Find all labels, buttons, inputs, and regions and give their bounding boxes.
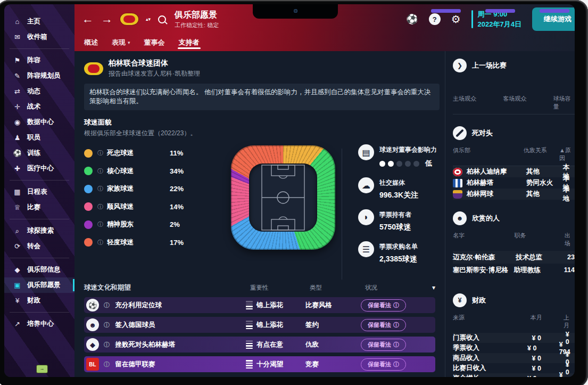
sidebar-item-dynamics[interactable]: ⇄动态 [4, 84, 74, 99]
status-pill[interactable]: 保留看法ⓘ [361, 299, 406, 312]
info-icon[interactable]: ⓘ [97, 239, 103, 247]
info-icon[interactable]: ⓘ [97, 185, 103, 193]
column-role[interactable]: 职务 [514, 232, 564, 248]
column-name[interactable]: 名字 [453, 232, 514, 248]
help-icon[interactable]: ? [429, 13, 441, 25]
board-influence-stat: ▤ 球迷对董事会影响力 低 [358, 144, 445, 168]
importance-label: 有点在意 [256, 340, 283, 349]
app-window: ⌂主页 ✉收件箱 ⚑阵容 ✎阵容规划员 ⇄动态 ✛战术 ◉数据中心 ♟职员 ⚽训… [4, 4, 575, 377]
sidebar-item-inbox[interactable]: ✉收件箱 [4, 29, 74, 45]
sidebar-item-data-hub[interactable]: ◉数据中心 [4, 114, 74, 130]
rival-row[interactable]: 柏林赫塔势同水火本地 [453, 177, 575, 189]
finance-row[interactable]: 商品收入¥ 0¥ 0 [453, 353, 575, 363]
finance-section: ¥ 财政 [453, 293, 575, 307]
collapse-sidebar-button[interactable]: → [36, 365, 48, 373]
stadium-graphic-wrap [227, 144, 346, 273]
culture-row-beat-rivals[interactable]: ◆ ⓘ 挫败死对头柏林赫塔 有点在意 仇敌 保留看法ⓘ [84, 337, 435, 353]
sidebar-item-matches[interactable]: ♕比赛 [4, 200, 74, 215]
chevron-down-icon[interactable]: ▾ [420, 284, 435, 291]
info-icon[interactable]: ⓘ [104, 341, 110, 348]
importance-bars-icon [246, 300, 253, 310]
status-pill[interactable]: 保留看法ⓘ [361, 339, 406, 351]
deco-bar [540, 9, 569, 13]
sidebar-item-finances[interactable]: ¥财政 [4, 293, 74, 308]
culture-type: 竞赛 [305, 360, 361, 369]
sidebar-item-tactics[interactable]: ✛战术 [4, 99, 74, 114]
sidebar-item-squad[interactable]: ⚑阵容 [4, 53, 74, 68]
status-label: 保留看法 [368, 322, 391, 328]
sidebar-item-label: 战术 [27, 102, 40, 111]
admired-row[interactable]: 塞巴斯蒂安·博尼格助理教练114 [453, 264, 575, 276]
sidebar-item-label: 主页 [27, 17, 40, 26]
tab-supporters[interactable]: 支持者 [179, 34, 200, 51]
sidebar-item-transfers[interactable]: ⟳转会 [4, 239, 74, 254]
column-importance[interactable]: 重要性 [250, 284, 310, 292]
fan-type-label: 顺风球迷 [107, 202, 170, 211]
info-icon[interactable]: ⓘ [97, 167, 103, 175]
culture-row-set-pieces[interactable]: ⚽ ⓘ 充分利用定位球 锦上添花 比赛风格 保留看法ⓘ [84, 297, 435, 313]
person-name: 塞巴斯蒂安·博尼格 [453, 266, 514, 275]
gear-icon[interactable]: ⚙ [451, 13, 461, 26]
finance-row[interactable]: 资金增长¥ 0¥ 779 [453, 373, 575, 377]
search-icon[interactable] [158, 15, 166, 23]
back-button[interactable]: ← [82, 13, 94, 25]
sidebar-item-staff[interactable]: ♟职员 [4, 130, 74, 145]
column-club[interactable]: 俱乐部 [453, 146, 524, 162]
sidebar-item-squad-planner[interactable]: ✎阵容规划员 [4, 68, 74, 84]
sidebar-item-club-info[interactable]: ◆俱乐部信息 [4, 262, 74, 277]
forward-button[interactable]: → [101, 13, 113, 25]
column-source[interactable]: 来源 [453, 314, 531, 330]
page-background: ⌂主页 ✉收件箱 ⚑阵容 ✎阵容规划员 ⇄动态 ✛战术 ◉数据中心 ♟职员 ⚽训… [0, 0, 588, 385]
finance-row[interactable]: 季票收入¥ 0¥ 794 [453, 343, 575, 353]
sidebar-separator [10, 219, 69, 219]
stat-value: 2,3385球迷 [379, 255, 418, 264]
column-status[interactable]: 状况 [365, 284, 420, 292]
sidebar-item-scouting[interactable]: ⌕球探搜索 [4, 223, 74, 239]
culture-row-german-players[interactable]: ☻ ⓘ 签入德国球员 锦上添花 签约 保留看法ⓘ [84, 317, 435, 333]
sidebar-item-training[interactable]: ⚽训练 [4, 145, 74, 161]
rival-reason: 本地 [562, 185, 575, 203]
admired-row[interactable]: 迈克尔·帕伦森技术总监23 [453, 251, 575, 264]
admired-section: ☻ 欣赏的人 [453, 211, 575, 225]
finance-row[interactable]: 比赛日收入¥ 0¥ 0 [453, 363, 575, 373]
fan-type-row: ⓘ核心球迷34% [84, 162, 227, 181]
tab-performance[interactable]: 表现▾ [112, 34, 130, 51]
sidebar-separator [10, 258, 69, 258]
influence-value: 低 [425, 159, 432, 168]
world-icon[interactable]: ⚽ [406, 13, 418, 25]
sidebar-item-home[interactable]: ⌂主页 [4, 14, 74, 29]
sidebar-item-club-vision[interactable]: ▣俱乐部愿景 [4, 277, 74, 293]
column-this-month[interactable]: 本月 [531, 314, 564, 330]
info-icon[interactable]: ⓘ [104, 361, 110, 367]
sidebar-item-development[interactable]: ↗培养中心 [4, 316, 74, 332]
finance-row[interactable]: 门票收入¥ 0¥ 0 [453, 333, 575, 343]
status-pill[interactable]: 保留看法ⓘ [361, 319, 406, 331]
column-type[interactable]: 类型 [310, 284, 365, 292]
sidebar-item-medical[interactable]: ✚医疗中心 [4, 161, 74, 176]
column-relation[interactable]: 仇敌关系 [524, 146, 559, 162]
status-pill[interactable]: 保留看法ⓘ [361, 358, 406, 371]
culture-row-stay-bundesliga[interactable]: BL ⓘ 留在德甲联赛 十分渴望 竞赛 保留看法ⓘ [84, 356, 435, 372]
fan-type-percent: 14% [170, 203, 184, 211]
fan-color-dot [84, 220, 93, 229]
sidebar-item-schedule[interactable]: ▦日程表 [4, 184, 74, 200]
quick-switch-chevrons[interactable]: ▴▾ [146, 17, 151, 21]
column-apps[interactable]: 出场 [565, 232, 575, 248]
medical-icon: ✚ [13, 165, 22, 173]
last-match-section: ❯ 上一场比赛 [453, 59, 575, 72]
rival-row[interactable]: 柏林人迪纳摩其他本地 [453, 166, 575, 177]
tab-overview[interactable]: 概述 [84, 34, 98, 51]
info-icon[interactable]: ⓘ [97, 149, 103, 157]
info-icon[interactable]: ⓘ [104, 322, 110, 328]
rival-row[interactable]: 柏林网球其他本地 [453, 189, 575, 200]
info-icon[interactable]: ⓘ [97, 220, 103, 228]
column-last-month[interactable]: 上月 [564, 314, 575, 330]
info-icon[interactable]: ⓘ [104, 302, 110, 308]
stadium-ring [231, 145, 335, 250]
tab-board[interactable]: 董事会 [144, 34, 165, 51]
tab-bar: 概述 表现▾ 董事会 支持者 [74, 34, 575, 51]
info-icon[interactable]: ⓘ [97, 203, 103, 211]
union-berlin-crest[interactable] [120, 13, 138, 25]
column-reason[interactable]: ▲原因 [559, 146, 575, 162]
vertical-divider [342, 149, 342, 280]
